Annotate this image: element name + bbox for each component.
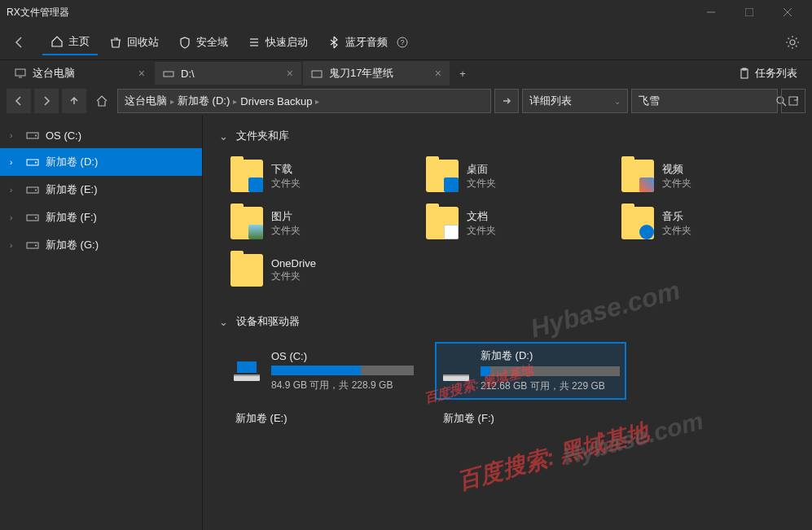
nav-forward-button[interactable] — [34, 89, 59, 113]
drive-usage-bar — [481, 366, 620, 376]
drive-item[interactable]: 新加卷 (D:) 212.68 GB 可用，共 229 GB — [435, 342, 626, 400]
menu-safezone[interactable]: 安全域 — [170, 30, 236, 55]
minimize-button[interactable] — [692, 0, 729, 24]
svg-text:?: ? — [400, 38, 404, 46]
tab-close-button[interactable]: × — [287, 67, 293, 80]
svg-rect-1 — [745, 8, 753, 16]
menu-bluetooth[interactable]: 蓝牙音频 ? — [319, 30, 417, 55]
new-tab-button[interactable]: + — [451, 62, 474, 85]
folder-item[interactable]: 图片 文件夹 — [227, 204, 390, 243]
nav-home-button[interactable] — [90, 89, 114, 113]
folder-item[interactable]: OneDrive 文件夹 — [227, 251, 390, 290]
quicklaunch-icon — [248, 36, 261, 49]
folder-type: 文件夹 — [271, 224, 301, 238]
menu-home[interactable]: 主页 — [42, 29, 98, 55]
maximize-button[interactable] — [731, 0, 767, 24]
drive-item[interactable]: OS (C:) 84.9 GB 可用，共 228.9 GB — [227, 342, 419, 400]
close-button[interactable] — [769, 0, 805, 24]
search-input[interactable] — [639, 95, 775, 107]
folder-name: 桌面 — [467, 162, 496, 177]
chevron-right-icon: › — [10, 213, 20, 222]
back-arrow-button[interactable] — [7, 29, 33, 55]
folder-overlay-icon — [248, 225, 263, 239]
section-drives-header[interactable]: ⌄ 设备和驱动器 — [219, 314, 796, 329]
fullscreen-button[interactable] — [781, 89, 805, 113]
folder-icon — [230, 160, 263, 192]
nav-go-button[interactable] — [494, 89, 519, 113]
svg-point-22 — [35, 162, 37, 164]
svg-point-24 — [35, 190, 37, 191]
tab-close-button[interactable]: × — [138, 67, 145, 80]
tasklist-button[interactable]: 任务列表 — [731, 61, 805, 85]
sidebar-item-drive-d[interactable]: › 新加卷 (D:) — [0, 148, 202, 176]
folder-item[interactable]: 桌面 文件夹 — [423, 156, 586, 195]
section-folders-header[interactable]: ⌄ 文件夹和库 — [219, 129, 796, 143]
folder-name: 文档 — [467, 209, 496, 224]
nav-up-button[interactable] — [62, 89, 86, 113]
home-icon — [50, 35, 64, 48]
navbar: 这台电脑 ▸ 新加卷 (D:) ▸ Drivers Backup ▸ 详细列表 … — [0, 86, 812, 116]
tasklist-label: 任务列表 — [755, 66, 797, 81]
tab-label: D:\ — [181, 68, 195, 80]
menu-quicklaunch-label: 快速启动 — [266, 35, 308, 50]
folder-item[interactable]: 文档 文件夹 — [423, 204, 586, 243]
tabbar: 这台电脑 × D:\ × 鬼刀17年壁纸 × + 任务列表 — [0, 60, 812, 86]
sidebar-item-label: 新加卷 (G:) — [46, 238, 99, 252]
section-title: 设备和驱动器 — [236, 314, 300, 329]
breadcrumb-part[interactable]: 新加卷 (D:) — [178, 94, 230, 108]
svg-point-20 — [35, 135, 37, 137]
svg-rect-12 — [164, 72, 173, 77]
drive-item[interactable]: 新加卷 (F:) — [435, 406, 626, 431]
window-title: RX文件管理器 — [7, 6, 69, 20]
sidebar: › OS (C:) › 新加卷 (D:) › 新加卷 (E:) › 新加卷 (F… — [0, 116, 202, 530]
tab-folder[interactable]: 鬼刀17年壁纸 × — [303, 61, 450, 85]
drive-item[interactable]: 新加卷 (E:) — [227, 406, 419, 431]
folder-icon — [426, 207, 459, 239]
svg-rect-10 — [15, 69, 25, 76]
folder-item[interactable]: 视频 文件夹 — [618, 156, 781, 195]
sidebar-item-label: OS (C:) — [46, 129, 81, 142]
chevron-right-icon: › — [10, 131, 20, 140]
folder-item[interactable]: 下载 文件夹 — [227, 156, 390, 195]
breadcrumb-part[interactable]: Drivers Backup — [240, 95, 312, 107]
sidebar-item-drive-c[interactable]: › OS (C:) — [0, 122, 202, 148]
tab-this-pc[interactable]: 这台电脑 × — [7, 61, 153, 85]
folder-name: 视频 — [662, 162, 691, 177]
section-title: 文件夹和库 — [236, 129, 289, 143]
shield-icon — [178, 36, 191, 49]
folder-type: 文件夹 — [271, 177, 301, 191]
sidebar-item-drive-f[interactable]: › 新加卷 (F:) — [0, 204, 202, 231]
menubar: 主页 回收站 安全域 快速启动 蓝牙音频 ? — [0, 24, 812, 60]
svg-rect-33 — [443, 375, 469, 376]
tab-drive-d[interactable]: D:\ × — [155, 62, 301, 85]
drive-name: OS (C:) — [271, 350, 414, 362]
gear-icon — [785, 35, 800, 50]
chevron-right-icon: › — [10, 241, 20, 250]
folder-overlay-icon — [444, 225, 459, 239]
breadcrumb[interactable]: 这台电脑 ▸ 新加卷 (D:) ▸ Drivers Backup ▸ — [117, 89, 491, 113]
nav-back-button[interactable] — [7, 89, 31, 113]
settings-button[interactable] — [779, 29, 805, 55]
sidebar-item-drive-g[interactable]: › 新加卷 (G:) — [0, 231, 202, 259]
drive-info: 212.68 GB 可用，共 229 GB — [481, 379, 620, 393]
folder-icon — [621, 207, 654, 239]
svg-rect-13 — [312, 71, 322, 77]
sidebar-item-drive-e[interactable]: › 新加卷 (E:) — [0, 176, 202, 204]
chevron-right-icon: › — [10, 186, 20, 195]
tab-label: 鬼刀17年壁纸 — [329, 66, 393, 81]
folder-type: 文件夹 — [271, 269, 316, 283]
folder-item[interactable]: 音乐 文件夹 — [618, 204, 781, 243]
menu-quicklaunch[interactable]: 快速启动 — [239, 30, 316, 55]
chevron-down-icon: ⌄ — [614, 97, 621, 106]
menu-recycle[interactable]: 回收站 — [101, 30, 167, 55]
tab-close-button[interactable]: × — [435, 67, 441, 80]
main-content: ⌄ 文件夹和库 下载 文件夹 桌面 文件夹 视频 文件夹 图片 文件夹 文档 文… — [202, 116, 812, 530]
pc-icon — [15, 68, 26, 79]
view-mode-select[interactable]: 详细列表 ⌄ — [522, 89, 628, 113]
folder-type: 文件夹 — [467, 177, 496, 191]
sidebar-item-label: 新加卷 (F:) — [46, 210, 97, 225]
folder-icon — [230, 254, 263, 287]
search-box[interactable] — [631, 89, 778, 113]
breadcrumb-part[interactable]: 这台电脑 — [125, 94, 167, 108]
drive-usage-bar — [271, 366, 414, 375]
